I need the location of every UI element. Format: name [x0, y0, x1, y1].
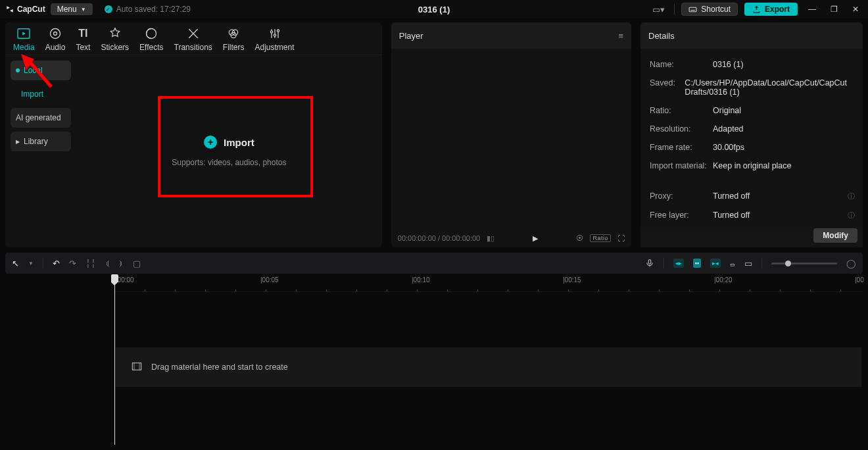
ratio-button[interactable]: Ratio — [590, 234, 611, 242]
slider-knob[interactable] — [785, 261, 791, 266]
sidenav-library-label: Library — [24, 137, 48, 146]
details-saved-key: Saved: — [650, 78, 685, 97]
category-tabs: Media Audio TI Text Stickers Effects Tra… — [5, 22, 382, 55]
details-free-key: Free layer: — [650, 211, 713, 220]
delete-icon[interactable]: ▢ — [133, 259, 141, 268]
player-menu-icon[interactable]: ≡ — [618, 31, 623, 41]
play-button[interactable]: ▶ — [533, 234, 538, 243]
details-proxy-val: Turned off — [713, 191, 848, 201]
trim-right-icon[interactable]: ⟭ — [119, 259, 124, 268]
sidenav-ai[interactable]: AI generated — [11, 108, 71, 128]
import-dropzone[interactable]: + Import Supports: videos, audios, photo… — [76, 55, 382, 247]
media-panel: Media Audio TI Text Stickers Effects Tra… — [5, 22, 382, 247]
timeline-drop-track[interactable]: Drag material here and start to create — [116, 347, 861, 387]
player-viewport[interactable] — [391, 49, 631, 229]
chevron-down-icon: ▼ — [81, 7, 86, 12]
player-panel: Player ≡ 00:00:00:00 / 00:00:00:00 ▮▯ ▶ … — [391, 22, 631, 247]
chevron-right-icon: ▶ — [16, 139, 20, 145]
ruler-tick: |00:00 — [116, 276, 134, 284]
tab-transitions[interactable]: Transitions — [169, 27, 218, 52]
close-button[interactable]: ✕ — [848, 5, 863, 14]
shortcut-label: Shortcut — [701, 5, 731, 14]
tab-text[interactable]: TI Text — [70, 27, 95, 52]
preview-icon[interactable]: ▭ — [744, 259, 752, 268]
details-saved-val: C:/Users/HP/AppData/Local/CapCut/CapCut … — [685, 78, 855, 97]
player-frame-icon[interactable]: ⦿ — [576, 234, 583, 242]
details-fps-key: Frame rate: — [650, 143, 713, 152]
maximize-button[interactable]: ❐ — [827, 5, 842, 14]
sidenav-local[interactable]: Local — [11, 61, 71, 80]
sidenav-import-label: Import — [21, 89, 43, 99]
tab-audio[interactable]: Audio — [40, 27, 71, 52]
svg-point-13 — [274, 34, 276, 36]
svg-rect-0 — [689, 7, 696, 12]
tab-filters-label: Filters — [223, 43, 245, 52]
sidenav-local-label: Local — [24, 66, 43, 75]
player-marker-icon[interactable]: ▮▯ — [487, 234, 494, 243]
modify-button[interactable]: Modify — [813, 228, 857, 243]
details-mat-key: Import material: — [650, 161, 713, 170]
menu-button[interactable]: Menu ▼ — [51, 3, 93, 15]
stickers-icon — [108, 27, 122, 40]
tab-media-label: Media — [13, 43, 35, 52]
timeline-ruler[interactable]: |00:00 |00:05 |00:10 |00:15 |00:20 |00 — [114, 275, 863, 292]
details-name-val: 0316 (1) — [713, 60, 855, 69]
tab-media[interactable]: Media — [8, 27, 40, 52]
import-subtext: Supports: videos, audios, photos — [172, 158, 286, 167]
details-ratio-key: Ratio: — [650, 106, 713, 115]
details-res-val: Adapted — [713, 124, 855, 134]
minimize-button[interactable]: — — [804, 5, 820, 14]
export-button[interactable]: Export — [744, 3, 798, 16]
snap-toggle-1[interactable]: ◂▸ — [673, 259, 684, 268]
snap-toggle-2[interactable]: ▪▪ — [693, 259, 701, 268]
sidenav-ai-label: AI generated — [16, 113, 61, 122]
mic-icon[interactable] — [645, 259, 654, 268]
details-free-val: Turned off — [713, 211, 848, 220]
undo-icon[interactable]: ↶ — [53, 259, 60, 268]
ruler-tick: |00:10 — [412, 276, 430, 284]
title-bar: CapCut Menu ▼ ✓ Auto saved: 17:27:29 031… — [0, 0, 868, 18]
pointer-tool-icon[interactable]: ↖ — [12, 259, 19, 268]
tab-stickers-label: Stickers — [101, 43, 129, 52]
details-mat-val: Keep in original place — [713, 161, 855, 170]
tab-filters[interactable]: Filters — [218, 27, 250, 52]
details-res-key: Resolution: — [650, 124, 713, 134]
redo-icon[interactable]: ↷ — [69, 259, 76, 268]
details-panel: Details Name:0316 (1) Saved:C:/Users/HP/… — [640, 22, 863, 247]
split-icon[interactable]: ╎╎ — [85, 259, 96, 268]
zoom-fit-icon[interactable]: ◯ — [846, 259, 856, 268]
export-icon — [752, 5, 761, 14]
effects-icon — [145, 27, 158, 40]
drop-track-text: Drag material here and start to create — [151, 362, 288, 372]
tab-stickers[interactable]: Stickers — [95, 27, 134, 52]
divider — [761, 258, 762, 268]
pointer-chevron-icon[interactable]: ▼ — [28, 261, 34, 266]
project-title: 0316 (1) — [418, 5, 450, 14]
playhead[interactable] — [114, 275, 115, 445]
tab-effects[interactable]: Effects — [134, 27, 168, 52]
media-sidenav: Local Import AI generated ▶Library — [5, 55, 76, 247]
playhead-handle[interactable] — [111, 274, 118, 282]
divider — [43, 258, 43, 268]
divider — [663, 258, 664, 268]
timeline-main[interactable]: |00:00 |00:05 |00:10 |00:15 |00:20 |00 D… — [114, 275, 863, 445]
svg-point-14 — [277, 30, 279, 32]
app-logo: CapCut — [5, 5, 45, 14]
sidenav-import[interactable]: Import — [11, 84, 71, 104]
zoom-slider[interactable] — [771, 262, 837, 264]
media-icon — [16, 27, 31, 40]
svg-rect-18 — [132, 362, 141, 370]
info-icon[interactable]: ⓘ — [848, 191, 855, 201]
details-ratio-val: Original — [713, 106, 855, 115]
trim-left-icon[interactable]: ⟬ — [105, 259, 110, 268]
sidenav-library[interactable]: ▶Library — [11, 132, 71, 151]
shortcut-button[interactable]: Shortcut — [681, 3, 738, 16]
tab-adjustment[interactable]: Adjustment — [249, 27, 299, 52]
magnet-icon[interactable]: ⏛ — [730, 259, 735, 268]
svg-point-12 — [270, 31, 272, 33]
fullscreen-icon[interactable]: ⛶ — [617, 234, 625, 242]
layout-icon[interactable]: ▭▾ — [650, 3, 667, 16]
info-icon[interactable]: ⓘ — [848, 211, 855, 220]
snap-toggle-3[interactable]: ▸◂ — [710, 259, 721, 268]
details-proxy-key: Proxy: — [650, 191, 713, 201]
